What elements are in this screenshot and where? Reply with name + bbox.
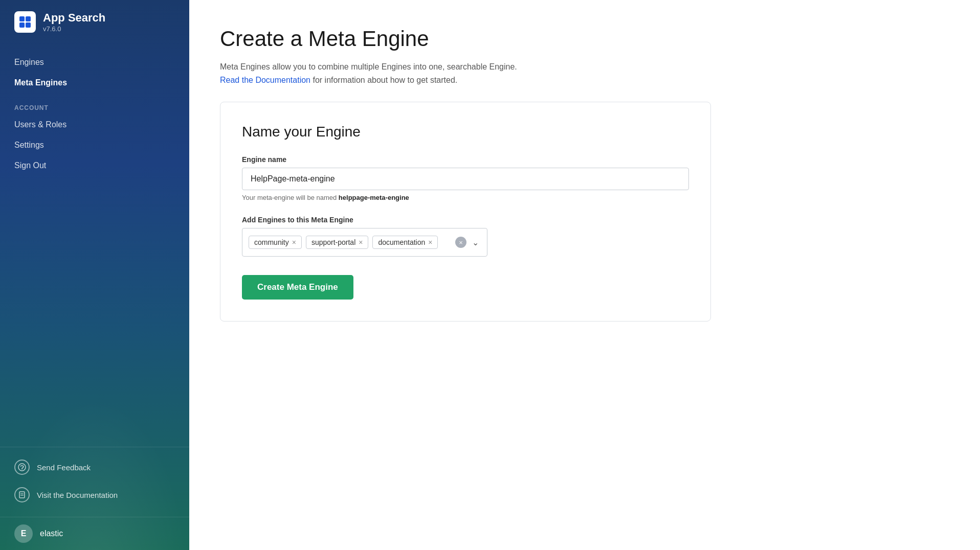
sidebar: App Search v7.6.0 Engines Meta Engines A…	[0, 0, 189, 550]
tags-clear-button[interactable]: ×	[455, 237, 466, 248]
svg-point-4	[18, 464, 26, 471]
app-logo	[14, 11, 36, 33]
send-feedback-icon	[14, 460, 30, 475]
visit-documentation-label: Visit the Documentation	[37, 491, 118, 499]
send-feedback-item[interactable]: Send Feedback	[0, 453, 189, 481]
sidebar-item-meta-engines[interactable]: Meta Engines	[0, 73, 189, 93]
tags-input-container[interactable]: community × support-portal × documentati…	[242, 228, 487, 257]
sidebar-nav: Engines Meta Engines ACCOUNT Users & Rol…	[0, 44, 189, 447]
sidebar-item-engines[interactable]: Engines	[0, 52, 189, 73]
main-content: Create a Meta Engine Meta Engines allow …	[189, 0, 980, 550]
page-description: Meta Engines allow you to combine multip…	[220, 60, 949, 86]
page-title: Create a Meta Engine	[220, 27, 949, 51]
hint-before: Your meta-engine will be named	[242, 194, 339, 201]
svg-rect-3	[26, 22, 31, 28]
add-engines-label: Add Engines to this Meta Engine	[242, 216, 689, 224]
tag-community: community ×	[249, 236, 302, 249]
tags-controls: × ⌄	[455, 237, 481, 248]
tag-community-remove[interactable]: ×	[292, 239, 296, 246]
tag-documentation-label: documentation	[378, 238, 425, 246]
visit-documentation-item[interactable]: Visit the Documentation	[0, 481, 189, 509]
svg-rect-1	[26, 16, 31, 21]
app-title-block: App Search v7.6.0	[43, 11, 105, 32]
app-version: v7.6.0	[43, 25, 105, 33]
sidebar-item-settings[interactable]: Settings	[0, 135, 189, 155]
tags-dropdown-button[interactable]: ⌄	[470, 237, 481, 248]
sidebar-item-users-roles[interactable]: Users & Roles	[0, 114, 189, 135]
send-feedback-label: Send Feedback	[37, 463, 91, 472]
engine-name-input[interactable]	[242, 168, 689, 190]
sidebar-item-sign-out[interactable]: Sign Out	[0, 155, 189, 176]
avatar: E	[14, 524, 33, 543]
svg-rect-5	[19, 492, 25, 498]
visit-documentation-icon	[14, 487, 30, 502]
form-actions: Create Meta Engine	[242, 275, 689, 300]
read-documentation-link[interactable]: Read the Documentation	[220, 76, 310, 84]
engine-name-group: Engine name Your meta-engine will be nam…	[242, 155, 689, 201]
tag-support-portal-remove[interactable]: ×	[359, 239, 363, 246]
sidebar-user: E elastic	[0, 517, 189, 550]
hint-value: helppage-meta-engine	[339, 194, 409, 201]
tag-documentation-remove[interactable]: ×	[428, 239, 432, 246]
add-engines-group: Add Engines to this Meta Engine communit…	[242, 216, 689, 257]
create-meta-engine-button[interactable]: Create Meta Engine	[242, 275, 353, 300]
sidebar-section-account: ACCOUNT	[0, 93, 189, 114]
username: elastic	[40, 529, 63, 538]
description-after: for information about how to get started…	[313, 76, 457, 84]
tag-community-label: community	[254, 238, 289, 246]
create-meta-engine-card: Name your Engine Engine name Your meta-e…	[220, 102, 711, 322]
engine-name-hint: Your meta-engine will be named helppage-…	[242, 194, 689, 201]
description-before: Meta Engines allow you to combine multip…	[220, 62, 517, 71]
sidebar-bottom: Send Feedback Visit the Documentation	[0, 447, 189, 517]
tag-support-portal: support-portal ×	[306, 236, 369, 249]
engine-name-label: Engine name	[242, 155, 689, 164]
tag-documentation: documentation ×	[372, 236, 438, 249]
card-section-title: Name your Engine	[242, 124, 689, 140]
app-title: App Search	[43, 11, 105, 25]
svg-rect-0	[19, 16, 25, 21]
tag-support-portal-label: support-portal	[311, 238, 355, 246]
svg-rect-2	[19, 22, 25, 28]
sidebar-header: App Search v7.6.0	[0, 0, 189, 44]
